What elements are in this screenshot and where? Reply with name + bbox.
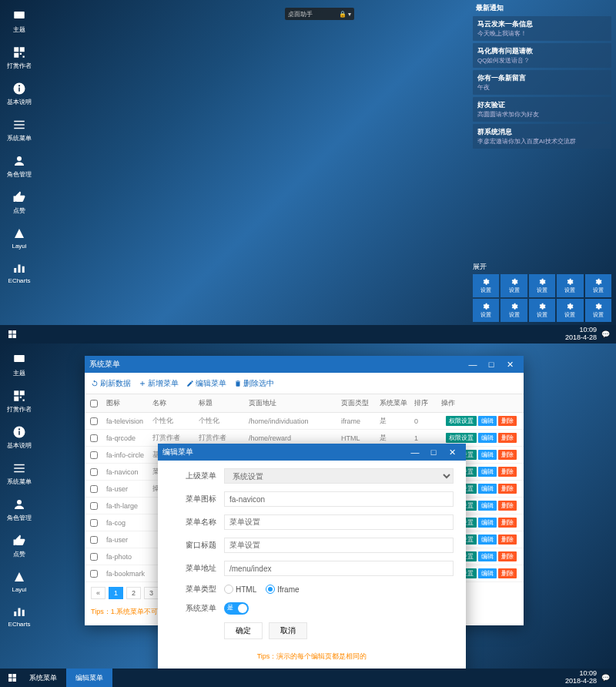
radio-html[interactable]: HTML [224, 585, 256, 594]
url-input[interactable] [224, 561, 454, 576]
wintitle-input[interactable] [224, 538, 454, 553]
page-«[interactable]: « [91, 587, 105, 599]
tile-settings[interactable]: 设置 [500, 299, 527, 322]
refresh-button[interactable]: 刷新数据 [91, 378, 131, 389]
page-1[interactable]: 1 [109, 587, 123, 599]
desktop-top: 主题打赏作者基本说明系统菜单角色管理点赞LayuiECharts 桌面助手 🔒 … [0, 0, 616, 344]
sidebar-item-users[interactable]: 角色管理 [7, 151, 32, 181]
svg-rect-7 [18, 88, 20, 92]
dialog-minimize-button[interactable]: — [406, 444, 424, 461]
sidebar-item-users[interactable]: 角色管理 [7, 494, 32, 524]
row-checkbox[interactable] [90, 434, 98, 442]
icon-input[interactable] [224, 491, 454, 507]
taskbar-task-edit-menu[interactable]: 编辑菜单 [66, 669, 112, 687]
name-input[interactable] [224, 514, 454, 530]
window-titlebar[interactable]: 系统菜单 — □ ✕ [85, 356, 524, 373]
tile-settings[interactable]: 设置 [557, 274, 583, 297]
radio-iframe[interactable]: Iframe [266, 585, 299, 594]
page-3[interactable]: 3 [144, 587, 159, 599]
edit-button[interactable]: 编辑 [478, 501, 497, 511]
edit-button[interactable]: 编辑 [478, 416, 497, 426]
tile-settings[interactable]: 设置 [473, 299, 499, 322]
delete-button[interactable]: 删除 [498, 450, 517, 460]
delete-button[interactable]: 删除 [498, 535, 517, 545]
sidebar-item-info[interactable]: 基本说明 [7, 79, 32, 109]
tile-settings[interactable]: 设置 [529, 274, 555, 297]
sidebar-item-qrcode[interactable]: 打赏作者 [7, 386, 32, 416]
sidebar-item-layui[interactable]: Layui [12, 223, 27, 252]
sidebar-item-desktop[interactable]: 主题 [12, 350, 27, 380]
edit-button[interactable]: 编辑 [478, 568, 497, 578]
start-button[interactable] [5, 670, 20, 685]
row-checkbox[interactable] [90, 451, 98, 459]
row-checkbox[interactable] [90, 417, 98, 425]
perm-button[interactable]: 权限设置 [446, 416, 477, 426]
tile-settings[interactable]: 设置 [557, 299, 583, 322]
sidebar-item-info[interactable]: 基本说明 [7, 422, 32, 452]
edit-button[interactable]: 编辑 [478, 433, 497, 443]
add-button[interactable]: 新增菜单 [139, 378, 179, 389]
ok-button[interactable]: 确定 [224, 622, 263, 639]
window-maximize-button[interactable]: □ [482, 356, 500, 373]
svg-rect-25 [23, 400, 25, 401]
notification-item[interactable]: 马化腾有问题请教QQ如何发送语音？ [473, 43, 611, 68]
tile-settings[interactable]: 设置 [500, 274, 527, 297]
window-minimize-button[interactable]: — [464, 356, 482, 373]
row-checkbox[interactable] [90, 570, 98, 578]
select-all-checkbox[interactable] [90, 400, 98, 407]
sidebar-item-chart[interactable]: ECharts [8, 602, 31, 630]
edit-button[interactable]: 编辑 [478, 535, 497, 545]
delete-button[interactable]: 删除 [498, 518, 517, 528]
delete-button[interactable]: 删除 [498, 568, 517, 578]
perm-button[interactable]: 权限设置 [446, 433, 477, 443]
delete-button[interactable]: 删除选中 [234, 378, 274, 389]
dialog-maximize-button[interactable]: □ [424, 444, 443, 461]
desktop-widget[interactable]: 桌面助手 🔒 ▾ [285, 8, 354, 20]
page-2[interactable]: 2 [126, 587, 141, 599]
tile-settings[interactable]: 设置 [529, 299, 555, 322]
parent-select[interactable]: 系统设置 [224, 468, 454, 484]
edit-button[interactable]: 编辑 [478, 551, 497, 561]
row-checkbox[interactable] [90, 553, 98, 561]
sidebar-item-bars[interactable]: 系统菜单 [7, 458, 32, 488]
tile-settings[interactable]: 设置 [473, 274, 499, 297]
sidebar-item-thumb[interactable]: 点赞 [12, 187, 27, 217]
sidebar-item-desktop[interactable]: 主题 [12, 6, 27, 36]
notification-item[interactable]: 马云发来一条信息今天晚上我请客！ [473, 16, 611, 41]
sidebar-item-bars[interactable]: 系统菜单 [7, 115, 32, 145]
row-checkbox[interactable] [90, 468, 98, 476]
delete-button[interactable]: 删除 [498, 467, 517, 477]
notification-item[interactable]: 好友验证高圆圆请求加你为好友 [473, 97, 611, 122]
delete-button[interactable]: 删除 [498, 416, 517, 426]
tile-settings[interactable]: 设置 [585, 274, 611, 297]
cancel-button[interactable]: 取消 [269, 622, 307, 639]
delete-button[interactable]: 删除 [498, 433, 517, 443]
sidebar-item-qrcode[interactable]: 打赏作者 [7, 42, 32, 72]
notification-item[interactable]: 群系统消息李彦宏邀请你加入百度AI技术交流群 [473, 124, 611, 149]
delete-button[interactable]: 删除 [498, 501, 517, 511]
system-switch[interactable]: 是 [224, 602, 249, 615]
edit-button[interactable]: 编辑 [478, 450, 497, 460]
row-checkbox[interactable] [90, 519, 98, 527]
window-close-button[interactable]: ✕ [500, 356, 519, 373]
row-checkbox[interactable] [90, 536, 98, 544]
row-checkbox[interactable] [90, 502, 98, 510]
dialog-close-button[interactable]: ✕ [443, 444, 461, 461]
notification-item[interactable]: 你有一条新留言午夜 [473, 70, 611, 95]
delete-button[interactable]: 删除 [498, 484, 517, 494]
taskbar-task-system-menu[interactable]: 系统菜单 [20, 669, 66, 687]
edit-button[interactable]: 编辑 [478, 518, 497, 528]
sidebar-item-chart[interactable]: ECharts [8, 258, 31, 287]
chat-icon[interactable]: 💬 [601, 674, 610, 682]
chat-icon[interactable]: 💬 [601, 330, 610, 338]
start-button[interactable] [5, 327, 20, 342]
edit-button[interactable]: 编辑菜单 [186, 378, 226, 389]
dialog-titlebar[interactable]: 编辑菜单 — □ ✕ [158, 444, 466, 461]
edit-button[interactable]: 编辑 [478, 467, 497, 477]
delete-button[interactable]: 删除 [498, 551, 517, 561]
sidebar-item-layui[interactable]: Layui [12, 567, 27, 595]
sidebar-item-thumb[interactable]: 点赞 [12, 531, 27, 561]
row-checkbox[interactable] [90, 485, 98, 493]
tile-settings[interactable]: 设置 [585, 299, 611, 322]
edit-button[interactable]: 编辑 [478, 484, 497, 494]
